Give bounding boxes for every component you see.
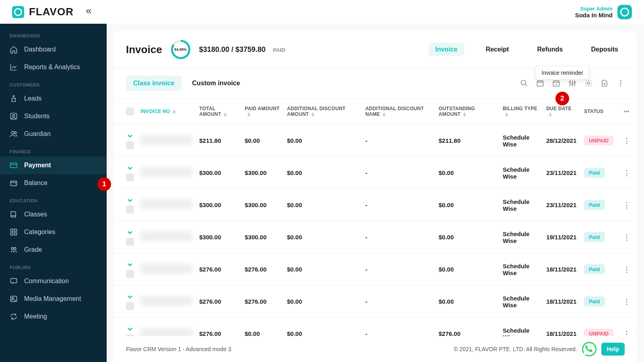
expand-row-icon[interactable]: [126, 263, 134, 270]
grid-icon: [10, 228, 18, 236]
filter-icon[interactable]: [568, 79, 576, 87]
sidebar-section-title: DASHBOARD: [0, 27, 107, 41]
export-icon[interactable]: [601, 79, 609, 87]
tab-receipt[interactable]: Receipt: [479, 43, 516, 56]
sidebar-collapse-button[interactable]: [85, 7, 93, 17]
sidebar-item-payment[interactable]: Payment: [0, 156, 107, 174]
column-additional-discount-amount[interactable]: ADDITIONAL DISCOUNT AMOUNT▲▼: [284, 99, 362, 125]
cell-billing: Schedule Wise: [500, 125, 543, 157]
calendar-icon[interactable]: [536, 79, 544, 87]
row-menu-button[interactable]: ⋮: [617, 286, 637, 318]
invoice-no-blurred: [140, 264, 193, 274]
cell-discount-amt: $0.00: [284, 189, 362, 221]
page-title: Invoice: [126, 43, 162, 56]
row-menu-button[interactable]: ⋮: [617, 189, 637, 221]
row-checkbox[interactable]: [126, 302, 134, 310]
svg-point-21: [588, 82, 590, 84]
row-menu-button[interactable]: ⋮: [617, 221, 637, 253]
expand-row-icon[interactable]: [126, 295, 134, 302]
gear-icon[interactable]: [584, 79, 592, 87]
sidebar-item-balance[interactable]: Balance: [0, 174, 107, 192]
column-total-amount[interactable]: TOTAL AMOUNT▲▼: [196, 99, 242, 125]
annotation-marker-2: 2: [555, 92, 569, 105]
sidebar-item-meeting[interactable]: Meeting: [0, 308, 107, 325]
expand-row-icon[interactable]: [126, 231, 134, 238]
table-row: $276.00$0.00$0.00-$276.00Schedule Wise18…: [114, 318, 637, 336]
row-menu-button[interactable]: ⋮: [617, 318, 637, 336]
column-additional-discount-name[interactable]: ADDITIONAL DISCOUNT NAME▲▼: [362, 99, 436, 125]
row-menu-button[interactable]: ⋮: [617, 157, 637, 189]
sidebar-item-categories[interactable]: Categories: [0, 223, 107, 241]
cell-paid: $300.00: [242, 221, 284, 253]
svg-rect-4: [10, 163, 17, 168]
sidebar-item-label: Students: [24, 113, 50, 120]
expand-row-icon[interactable]: [126, 134, 134, 141]
column-paid-amount[interactable]: PAID AMOUNT▲▼: [242, 99, 284, 125]
cell-due: 18/11/2021: [543, 318, 581, 336]
footer-copyright: © 2021, FLAVOR PTE. LTD. All Rights Rese…: [454, 346, 577, 352]
subtab-custom-invoice[interactable]: Custom invoice: [185, 76, 247, 91]
row-checkbox[interactable]: [126, 173, 134, 181]
expand-row-icon[interactable]: [126, 327, 134, 334]
sort-icon: ▲▼: [548, 113, 553, 117]
svg-point-18: [570, 81, 571, 82]
help-button[interactable]: Help: [601, 343, 625, 356]
column-status[interactable]: STATUS: [581, 99, 617, 125]
row-checkbox[interactable]: [126, 270, 134, 278]
row-checkbox[interactable]: [126, 141, 134, 149]
cell-billing: Schedule Wise: [500, 318, 543, 336]
cell-discount-amt: $0.00: [284, 318, 362, 336]
row-menu-button[interactable]: ⋮: [617, 253, 637, 286]
whatsapp-button[interactable]: [582, 342, 597, 356]
svg-rect-12: [11, 278, 17, 283]
cell-paid: $300.00: [242, 157, 284, 189]
user-name: Soda In Mind: [575, 12, 613, 19]
sidebar-item-classes[interactable]: Classes: [0, 206, 107, 223]
sidebar-item-reports-&-analytics[interactable]: Reports & Analytics: [0, 58, 107, 76]
amount-summary: $3180.00 / $3759.80 PAID: [199, 45, 285, 54]
invoice-table-wrap: INVOICE NO▲▼TOTAL AMOUNT▲▼PAID AMOUNT▲▼A…: [114, 99, 637, 336]
sidebar-item-label: Reports & Analytics: [24, 64, 80, 71]
sort-icon: ▲▼: [382, 113, 386, 117]
expand-row-icon[interactable]: [126, 167, 134, 173]
table-row: $300.00$300.00$0.00-$0.00Schedule Wise19…: [114, 221, 637, 253]
book-icon: [10, 210, 18, 218]
cell-outstanding: $0.00: [436, 189, 500, 221]
user-menu[interactable]: Super Admin Soda In Mind: [575, 5, 632, 19]
sidebar-item-dashboard[interactable]: Dashboard: [0, 41, 107, 58]
sidebar-item-guardian[interactable]: Guardian: [0, 125, 107, 143]
sidebar-item-students[interactable]: Students: [0, 107, 107, 125]
card-icon: [10, 161, 18, 169]
reminder-icon[interactable]: [552, 79, 560, 87]
tab-invoice[interactable]: Invoice: [429, 43, 464, 56]
cell-due: 18/11/2021: [543, 286, 581, 318]
svg-point-2: [11, 131, 14, 134]
table-row: $300.00$300.00$0.00-$0.00Schedule Wise23…: [114, 157, 637, 189]
sidebar-item-communication[interactable]: Communication: [0, 272, 107, 290]
brand-name: FLAVOR: [29, 6, 74, 18]
sidebar-section-title: PUBLISH: [0, 259, 107, 272]
cell-discount-amt: $0.00: [284, 253, 362, 286]
row-checkbox[interactable]: [126, 238, 134, 246]
more-icon[interactable]: [617, 79, 625, 87]
cell-discount-name: -: [362, 221, 436, 253]
tab-deposits[interactable]: Deposits: [584, 43, 625, 56]
row-menu-button[interactable]: ⋮: [617, 125, 637, 157]
tab-refunds[interactable]: Refunds: [530, 43, 569, 56]
svg-point-23: [620, 82, 621, 84]
brand-icon: [12, 6, 24, 18]
sidebar-item-media-management[interactable]: Media Management: [0, 290, 107, 308]
search-icon[interactable]: [520, 79, 528, 87]
cell-discount-amt: $0.00: [284, 157, 362, 189]
select-all-checkbox[interactable]: [126, 107, 134, 115]
column-invoice-no[interactable]: INVOICE NO▲▼: [137, 99, 196, 125]
expand-row-icon[interactable]: [126, 199, 134, 206]
sidebar-item-leads[interactable]: Leads: [0, 90, 107, 107]
svg-point-11: [14, 247, 16, 249]
sort-icon: ▲▼: [246, 113, 251, 117]
column-billing-type[interactable]: BILLING TYPE▲▼: [500, 99, 543, 125]
subtab-class-invoice[interactable]: Class invoice: [126, 76, 182, 91]
row-checkbox[interactable]: [126, 206, 134, 214]
column-outstanding-amount[interactable]: OUTSTANDING AMOUNT▲▼: [436, 99, 500, 125]
sidebar-item-grade[interactable]: Grade: [0, 241, 107, 259]
